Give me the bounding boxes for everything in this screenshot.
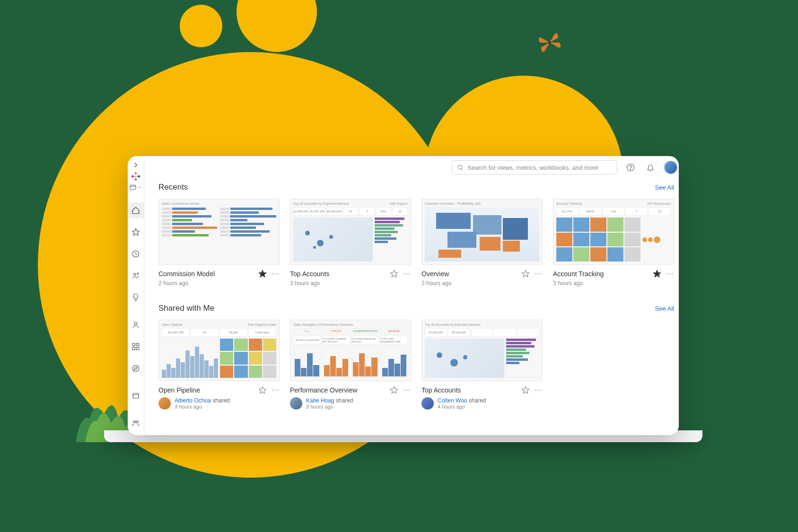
thumb-owner: Ellie Rogers's team bbox=[248, 323, 276, 326]
sidebar-external-assets-icon[interactable] bbox=[128, 388, 144, 404]
card-thumbnail: Account TrackingKPI Scoreboard $1,270K $… bbox=[553, 199, 674, 265]
sharer-avatar[interactable] bbox=[421, 397, 434, 410]
card-more-menu[interactable]: ⋯ bbox=[403, 272, 411, 275]
sidebar-recommendations-icon[interactable] bbox=[128, 289, 144, 305]
shared-word: shared bbox=[336, 397, 353, 404]
card-title: Top Accounts bbox=[421, 386, 461, 394]
recents-header: Recents See All bbox=[158, 183, 674, 192]
sidebar-recents-icon[interactable] bbox=[128, 246, 144, 262]
view-card[interactable]: Sales Navigator | Performance Overview A… bbox=[290, 320, 411, 410]
mini-metric: 1.4% order acceptance rate bbox=[380, 336, 408, 344]
svg-point-29 bbox=[136, 421, 139, 423]
svg-point-42 bbox=[458, 165, 462, 169]
search-placeholder: Search for views, metrics, workbooks, an… bbox=[467, 164, 598, 171]
sharer-avatar[interactable] bbox=[290, 397, 302, 410]
favorite-toggle[interactable] bbox=[521, 270, 530, 278]
topbar: Search for views, metrics, workbooks, an… bbox=[144, 156, 679, 179]
sidebar-personal-space-icon[interactable] bbox=[128, 317, 144, 333]
help-button[interactable] bbox=[624, 161, 637, 174]
svg-rect-26 bbox=[133, 393, 139, 399]
card-more-menu[interactable]: ⋯ bbox=[535, 389, 543, 392]
card-thumbnail: Open PipelineEllie Rogers's team $12,907… bbox=[158, 320, 280, 381]
see-all-link[interactable]: See All bbox=[655, 184, 674, 191]
card-timestamp: 3 hours ago bbox=[421, 280, 543, 287]
mini-metric bbox=[471, 328, 493, 337]
sidebar-favorites-icon[interactable] bbox=[128, 224, 144, 240]
mini-metric: $4,280,000 bbox=[326, 207, 342, 216]
sidebar-home-icon[interactable] bbox=[128, 202, 144, 218]
recents-row: Sales Commission Model bbox=[158, 199, 674, 287]
sharer-name[interactable]: Alberto Ochoa bbox=[175, 397, 211, 404]
sidebar-explore-icon[interactable] bbox=[128, 360, 144, 376]
section-title: Shared with Me bbox=[158, 304, 214, 313]
tableau-logo-icon[interactable] bbox=[128, 171, 144, 182]
card-timestamp: 3 hours ago bbox=[553, 280, 674, 287]
view-card[interactable]: Executive Overview – Profitability (All) bbox=[421, 199, 543, 287]
favorite-toggle[interactable] bbox=[390, 386, 398, 394]
svg-marker-52 bbox=[522, 387, 529, 393]
svg-point-28 bbox=[133, 421, 136, 423]
mini-tab: TARGET bbox=[322, 328, 350, 334]
sidebar-users-icon[interactable] bbox=[128, 415, 144, 431]
thumb-subtitle: KPI Scoreboard bbox=[648, 202, 671, 205]
search-icon bbox=[457, 164, 464, 171]
sidebar-collections-icon[interactable] bbox=[128, 339, 144, 355]
thumb-title: Open Pipeline bbox=[162, 323, 183, 326]
card-more-menu[interactable]: ⋯ bbox=[666, 272, 674, 275]
mini-metric bbox=[517, 328, 539, 337]
mini-metric: 1,999 days bbox=[248, 328, 276, 337]
card-thumbnail: Sales Navigator | Performance Overview A… bbox=[290, 320, 411, 381]
view-card[interactable]: Top 20 Accounts by Expected AmountEllie … bbox=[290, 199, 411, 287]
favorite-toggle[interactable] bbox=[653, 270, 661, 278]
section-title: Recents bbox=[158, 183, 188, 192]
svg-marker-48 bbox=[522, 270, 529, 277]
card-more-menu[interactable]: ⋯ bbox=[403, 389, 411, 392]
mini-metric: 1.5 profits increase per account bbox=[322, 336, 350, 344]
mini-metric: $7,380,000 bbox=[425, 328, 447, 337]
mini-metric: 83% bbox=[376, 207, 391, 216]
favorite-toggle[interactable] bbox=[390, 270, 398, 278]
view-card[interactable]: Open PipelineEllie Rogers's team $12,907… bbox=[158, 320, 280, 410]
content-area: Recents See All Sales Commission Model bbox=[144, 179, 679, 435]
card-title: Performance Overview bbox=[290, 386, 357, 394]
share-timestamp: 3 hours ago bbox=[175, 404, 230, 410]
shared-row: Open PipelineEllie Rogers's team $12,907… bbox=[158, 320, 674, 410]
svg-point-45 bbox=[630, 169, 631, 170]
favorite-toggle[interactable] bbox=[258, 270, 267, 278]
mini-tab: ALL bbox=[293, 328, 321, 334]
sidebar bbox=[128, 156, 144, 435]
mini-metric: $6,484 bbox=[219, 328, 247, 337]
mini-metric bbox=[494, 328, 516, 337]
view-card[interactable]: Account TrackingKPI Scoreboard $1,270K $… bbox=[553, 199, 674, 287]
sharer-name[interactable]: Katie Hoag bbox=[306, 397, 334, 404]
butterfly-graphic bbox=[536, 30, 564, 55]
svg-rect-22 bbox=[132, 348, 135, 350]
share-timestamp: 3 hours ago bbox=[306, 404, 353, 410]
shared-word: shared bbox=[212, 397, 230, 404]
favorite-toggle[interactable] bbox=[258, 386, 267, 394]
svg-marker-25 bbox=[134, 367, 137, 370]
mini-metric: $203K bbox=[579, 207, 602, 216]
sharer-name[interactable]: Colten Woo bbox=[438, 397, 467, 404]
new-button[interactable] bbox=[129, 183, 142, 191]
card-more-menu[interactable]: ⋯ bbox=[535, 272, 543, 275]
notifications-button[interactable] bbox=[644, 161, 657, 174]
view-card[interactable]: Top 20 Accounts by Expected Amount $7,38… bbox=[421, 320, 543, 410]
card-more-menu[interactable]: ⋯ bbox=[272, 272, 280, 275]
card-thumbnail: Executive Overview – Profitability (All) bbox=[421, 199, 543, 265]
view-card[interactable]: Sales Commission Model bbox=[158, 199, 280, 287]
mini-metric: $7,380,000 bbox=[293, 207, 309, 216]
svg-marker-50 bbox=[259, 387, 266, 393]
share-timestamp: 4 hours ago bbox=[438, 404, 486, 410]
user-avatar[interactable] bbox=[664, 160, 678, 174]
shared-header: Shared with Me See All bbox=[158, 304, 674, 313]
see-all-link[interactable]: See All bbox=[655, 305, 674, 312]
sidebar-shared-icon[interactable] bbox=[128, 268, 144, 284]
search-input[interactable]: Search for views, metrics, workbooks, an… bbox=[452, 160, 617, 174]
favorite-toggle[interactable] bbox=[521, 386, 530, 394]
thumb-title: Account Tracking bbox=[556, 202, 582, 205]
sidebar-expand-toggle[interactable] bbox=[128, 161, 144, 169]
sharer-avatar[interactable] bbox=[158, 397, 171, 410]
mini-tab: SAVAGE bbox=[380, 328, 408, 334]
card-more-menu[interactable]: ⋯ bbox=[272, 389, 280, 392]
